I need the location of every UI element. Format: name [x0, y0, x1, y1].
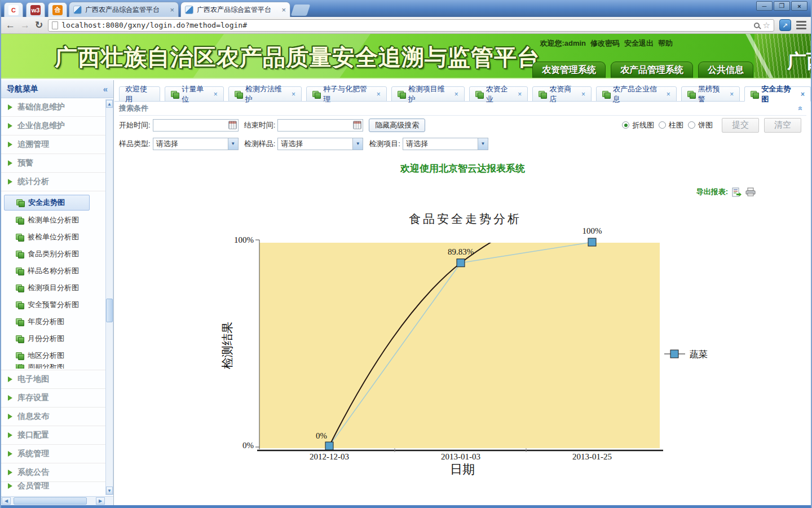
system-nav-button[interactable]: 农资管理系统 [532, 62, 606, 78]
radio-icon[interactable] [659, 121, 666, 129]
dropdown-arrow-icon[interactable]: ▼ [478, 138, 488, 150]
chart-type-option[interactable]: 饼图 [688, 120, 713, 130]
url-text[interactable]: localhost:8080/gxny/login.do?method=logi… [61, 21, 750, 29]
document-tab[interactable]: 农产品企业信息 × [596, 86, 677, 102]
tab-close-icon[interactable]: × [518, 90, 522, 98]
forward-button[interactable]: → [20, 20, 30, 30]
document-tab[interactable]: 农资企业 × [469, 86, 528, 102]
user-link[interactable]: 修改密码 [590, 38, 620, 49]
sidebar-item[interactable]: 样品名称分析图 [1, 262, 105, 279]
panel-collapse-icon[interactable]: « [796, 106, 805, 111]
sidebar-group[interactable]: 统计分析 [1, 173, 105, 191]
radio-icon[interactable] [688, 121, 695, 129]
sidebar-item[interactable]: 食品类别分析图 [1, 246, 105, 262]
test-item-select[interactable]: 请选择 ▼ [403, 138, 488, 150]
tab-close-icon[interactable]: × [730, 90, 734, 98]
sidebar-item[interactable]: 年度分析图 [1, 313, 105, 330]
sidebar-item[interactable]: 被检单位分析图 [1, 229, 105, 246]
restore-button[interactable]: ❐ [774, 1, 790, 11]
browser-menu-icon[interactable] [796, 21, 806, 29]
sample-type-select[interactable]: 请选择 ▼ [153, 138, 239, 150]
scrollbar-thumb[interactable] [106, 299, 113, 322]
clear-button[interactable]: 清空 [764, 118, 801, 133]
document-tab[interactable]: 种子与化肥管理 × [306, 86, 387, 102]
sidebar-item[interactable]: 检测项目分析图 [1, 279, 105, 296]
sidebar-group[interactable]: 预警 [1, 154, 105, 173]
tab-close-icon[interactable]: × [581, 90, 585, 98]
calendar-icon[interactable] [228, 121, 237, 129]
sidebar-group[interactable]: 企业信息维护 [1, 117, 105, 135]
document-tab[interactable]: 农资商店 × [532, 86, 592, 102]
browser-tab[interactable]: 广西农产品综合监管平台 × [69, 2, 179, 17]
document-tab[interactable]: 检测方法维护 × [228, 86, 302, 102]
document-tab[interactable]: 黑榜预警 × [681, 86, 740, 102]
bookmark-star-icon[interactable]: ☆ [763, 20, 770, 30]
sidebar-item-selected[interactable]: 安全走势图 [4, 195, 90, 211]
calendar-icon[interactable] [353, 121, 361, 129]
pinned-tab[interactable]: C [4, 2, 23, 17]
browser-tab[interactable]: 广西农产品综合监管平台 × [180, 2, 290, 17]
tab-close-icon[interactable]: × [667, 90, 670, 98]
scroll-left-icon[interactable]: ◀ [2, 497, 11, 505]
sidebar-group[interactable]: 系统管理 [1, 445, 105, 463]
site-favicon [73, 6, 82, 14]
end-time-input[interactable] [277, 119, 363, 132]
sidebar-item[interactable]: 地区分析图 [1, 347, 105, 364]
user-link[interactable]: 帮助 [658, 38, 673, 49]
user-link[interactable]: 安全退出 [624, 38, 654, 49]
sidebar-group[interactable]: 接口配置 [1, 426, 105, 445]
new-tab-button[interactable] [291, 5, 310, 16]
document-tab[interactable]: 检测项目维护 × [391, 86, 465, 102]
address-bar[interactable]: localhost:8080/gxny/login.do?method=logi… [48, 19, 774, 32]
sidebar-item[interactable]: 安全预警分析图 [1, 296, 105, 313]
sidebar-item-clipped[interactable]: 周期分析图 [1, 364, 105, 369]
sidebar-item[interactable]: 检测单位分析图 [1, 212, 105, 229]
close-button[interactable]: × [791, 1, 807, 11]
sidebar-group[interactable]: 电子地图 [1, 370, 105, 389]
start-time-input[interactable] [153, 119, 239, 132]
system-nav-button[interactable]: 公共信息 [698, 62, 753, 78]
dropdown-arrow-icon[interactable]: ▼ [352, 138, 363, 150]
back-button[interactable]: ← [6, 20, 15, 30]
document-tab[interactable]: 计量单位 × [165, 86, 224, 102]
sidebar-collapse-icon[interactable]: « [103, 84, 108, 94]
tab-welcome[interactable]: 欢迎使用 [119, 86, 160, 102]
sidebar-group[interactable]: 库存设置 [1, 389, 105, 408]
radio-icon[interactable] [622, 121, 629, 129]
sidebar-vertical-scrollbar[interactable]: ▲ ▼ [105, 99, 113, 495]
sidebar-group-label: 系统管理 [17, 449, 49, 459]
scroll-down-icon[interactable]: ▼ [106, 487, 113, 494]
tab-close-icon[interactable]: × [170, 6, 174, 14]
tab-close-icon[interactable]: × [801, 90, 805, 98]
chart-type-option[interactable]: 柱图 [659, 120, 683, 130]
sidebar-group[interactable]: 系统公告 [1, 463, 105, 482]
select-value: 请选择 [403, 139, 478, 149]
sidebar-group[interactable]: 追溯管理 [1, 135, 105, 154]
scroll-up-icon[interactable]: ▲ [106, 100, 113, 108]
sidebar-group[interactable]: 基础信息维护 [1, 98, 105, 117]
tab-close-icon[interactable]: × [281, 6, 286, 14]
sidebar-group-clipped[interactable]: 会员管理 [1, 482, 105, 490]
pinned-tab[interactable]: 合 [48, 2, 67, 17]
submit-button[interactable]: 提交 [722, 118, 759, 133]
sidebar-group[interactable]: 信息发布 [1, 408, 105, 426]
scrollbar-thumb[interactable] [14, 497, 87, 505]
extension-icon[interactable]: ↗ [779, 19, 791, 31]
pinned-tab[interactable]: w3 [26, 2, 45, 17]
reload-button[interactable]: ↻ [35, 20, 43, 30]
minimize-button[interactable]: ─ [756, 1, 773, 11]
tab-close-icon[interactable]: × [454, 90, 458, 98]
sample-select[interactable]: 请选择 ▼ [277, 138, 363, 150]
hide-advanced-search-button[interactable]: 隐藏高级搜索 [369, 119, 425, 132]
dropdown-arrow-icon[interactable]: ▼ [228, 138, 238, 150]
tab-close-icon[interactable]: × [377, 90, 381, 98]
zoom-search-icon[interactable] [754, 23, 760, 28]
tab-active-safety-trend[interactable]: 安全走势图 × [744, 86, 811, 102]
scroll-right-icon[interactable]: ▶ [96, 497, 105, 505]
sidebar-item[interactable]: 月份分析图 [1, 330, 105, 347]
sidebar-horizontal-scrollbar[interactable]: ◀ ▶ [1, 496, 113, 505]
chart-type-option[interactable]: 折线图 [622, 120, 654, 130]
tab-close-icon[interactable]: × [214, 90, 218, 98]
tab-close-icon[interactable]: × [292, 90, 295, 98]
system-nav-button[interactable]: 农产品管理系统 [611, 62, 693, 78]
